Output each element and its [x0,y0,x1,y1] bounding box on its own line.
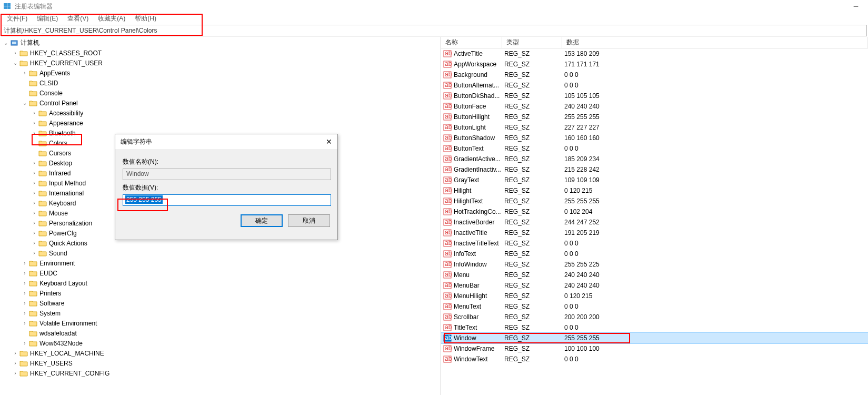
list-row[interactable]: abButtonFaceREG_SZ240 240 240 [441,101,868,112]
tree-hku[interactable]: ›HKEY_USERS [0,358,441,368]
expander-icon[interactable]: › [21,320,28,327]
expander-icon[interactable]: › [31,230,38,237]
menu-favorites[interactable]: 收藏夹(A) [93,14,130,23]
menu-file[interactable]: 文件(F) [2,14,32,23]
expander-icon[interactable]: › [31,250,38,257]
list-row[interactable]: abButtonLightREG_SZ227 227 227 [441,122,868,133]
tree-appevents[interactable]: ›AppEvents [0,68,441,78]
list-row[interactable]: abHilightTextREG_SZ255 255 255 [441,196,868,206]
list-row[interactable]: abButtonTextREG_SZ0 0 0 [441,143,868,154]
tree-wdsafeloadat[interactable]: wdsafeloadat [0,328,441,338]
expander-icon[interactable]: › [31,170,38,177]
tree-volatile-environment[interactable]: ›Volatile Environment [0,318,441,328]
cancel-button[interactable]: 取消 [288,214,330,227]
expander-icon[interactable]: › [21,290,28,297]
expander-icon[interactable]: › [21,300,28,307]
tree-hkcu[interactable]: ⌄HKEY_CURRENT_USER [0,58,441,68]
tree-clsid[interactable]: CLSID [0,78,441,88]
tree-sound[interactable]: ›Sound [0,248,441,258]
list-row[interactable]: abBackgroundREG_SZ0 0 0 [441,70,868,80]
address-bar[interactable]: 计算机\HKEY_CURRENT_USER\Control Panel\Colo… [1,25,867,36]
close-icon[interactable]: ✕ [326,137,332,146]
list-row[interactable]: abInactiveTitleREG_SZ191 205 219 [441,228,868,238]
list-row[interactable]: abMenuREG_SZ240 240 240 [441,270,868,280]
ok-button[interactable]: 确定 [241,214,283,227]
list-body[interactable]: abActiveTitleREG_SZ153 180 209abAppWorks… [441,48,868,395]
column-data[interactable]: 数据 [562,37,868,48]
tree-system[interactable]: ›System [0,308,441,318]
tree-hklm[interactable]: ›HKEY_LOCAL_MACHINE [0,348,441,358]
expander-icon[interactable]: › [31,220,38,227]
expander-icon[interactable]: › [12,50,19,57]
list-row[interactable]: abWindowTextREG_SZ0 0 0 [441,354,868,364]
expander-icon[interactable]: › [31,130,38,137]
tree-appearance[interactable]: ›Appearance [0,118,441,128]
list-row[interactable]: abGrayTextREG_SZ109 109 109 [441,175,868,185]
column-name[interactable]: 名称 [441,37,502,48]
list-row[interactable]: abTitleTextREG_SZ0 0 0 [441,322,868,333]
list-row[interactable]: abActiveTitleREG_SZ153 180 209 [441,48,868,59]
list-row[interactable]: abMenuBarREG_SZ240 240 240 [441,280,868,291]
tree-keyboard-layout[interactable]: ›Keyboard Layout [0,278,441,288]
tree-computer[interactable]: ⌄计算机 [0,38,441,48]
value-data: 105 105 105 [562,92,868,100]
tree-software[interactable]: ›Software [0,298,441,308]
list-row[interactable]: abScrollbarREG_SZ200 200 200 [441,312,868,322]
list-row[interactable]: abInactiveBorderREG_SZ244 247 252 [441,217,868,228]
expander-icon[interactable]: › [21,340,28,347]
column-type[interactable]: 类型 [502,37,562,48]
list-row[interactable]: abHilightREG_SZ0 120 215 [441,185,868,196]
tree-label: System [39,310,61,317]
tree-console[interactable]: Console [0,88,441,98]
expander-icon[interactable]: › [31,180,38,187]
list-row[interactable]: abGradientInactiv...REG_SZ215 228 242 [441,164,868,175]
menu-help[interactable]: 帮助(H) [130,14,161,23]
expander-icon[interactable]: › [31,110,38,117]
list-row[interactable]: abInfoTextREG_SZ0 0 0 [441,249,868,259]
list-row[interactable]: abWindowFrameREG_SZ100 100 100 [441,343,868,354]
list-row[interactable]: abInactiveTitleTextREG_SZ0 0 0 [441,238,868,249]
list-row[interactable]: abButtonDkShad...REG_SZ105 105 105 [441,91,868,101]
list-row[interactable]: abMenuTextREG_SZ0 0 0 [441,301,868,312]
expander-icon[interactable]: › [31,190,38,197]
list-row[interactable]: abWindowREG_SZ255 255 255 [441,333,868,343]
expander-icon[interactable]: › [21,260,28,267]
dialog-titlebar[interactable]: 编辑字符串 ✕ [115,134,337,149]
expander-icon[interactable]: › [31,120,38,127]
expander-icon[interactable]: › [12,360,19,367]
minimize-button[interactable]: ─ [844,0,868,13]
expander-icon[interactable]: › [21,70,28,77]
tree-hkcr[interactable]: ›HKEY_CLASSES_ROOT [0,48,441,58]
list-row[interactable]: abMenuHilightREG_SZ0 120 215 [441,291,868,301]
expander-icon[interactable]: ⌄ [12,60,19,67]
value-data-input[interactable]: 255 255 255 [123,194,331,206]
expander-icon[interactable]: › [12,350,19,357]
tree-control-panel[interactable]: ⌄Control Panel [0,98,441,108]
list-row[interactable]: abButtonAlternat...REG_SZ0 0 0 [441,80,868,91]
tree-hkcc[interactable]: ›HKEY_CURRENT_CONFIG [0,368,441,378]
list-row[interactable]: abHotTrackingCo...REG_SZ0 102 204 [441,206,868,217]
expander-icon[interactable]: › [21,270,28,277]
expander-icon[interactable]: › [31,200,38,207]
expander-icon[interactable]: › [31,240,38,247]
list-row[interactable]: abInfoWindowREG_SZ255 255 225 [441,259,868,270]
expander-icon[interactable]: ⌄ [2,39,9,47]
svg-rect-3 [7,6,11,9]
expander-icon[interactable]: › [31,160,38,167]
menu-view[interactable]: 查看(V) [63,14,93,23]
expander-icon[interactable]: › [21,310,28,317]
menu-edit[interactable]: 编辑(E) [32,14,63,23]
list-row[interactable]: abButtonShadowREG_SZ160 160 160 [441,133,868,143]
expander-icon[interactable]: ⌄ [21,100,28,107]
expander-icon[interactable]: › [21,280,28,287]
tree-eudc[interactable]: ›EUDC [0,268,441,278]
list-row[interactable]: abGradientActive...REG_SZ185 209 234 [441,154,868,164]
tree-printers[interactable]: ›Printers [0,288,441,298]
tree-environment[interactable]: ›Environment [0,258,441,268]
tree-wow6432node[interactable]: ›Wow6432Node [0,338,441,348]
list-row[interactable]: abButtonHilightREG_SZ255 255 255 [441,112,868,122]
tree-accessibility[interactable]: ›Accessibility [0,108,441,118]
list-row[interactable]: abAppWorkspaceREG_SZ171 171 171 [441,59,868,70]
expander-icon[interactable]: › [31,210,38,217]
expander-icon[interactable]: › [12,370,19,377]
